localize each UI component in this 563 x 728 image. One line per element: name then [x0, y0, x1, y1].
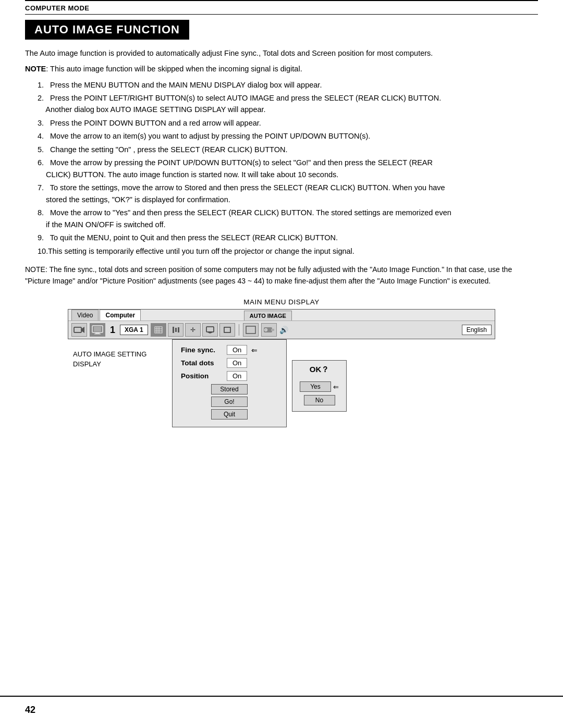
fine-sync-label: Fine sync. — [181, 346, 223, 354]
list-item: 1. Press the MENU BUTTON and the MAIN ME… — [35, 79, 538, 91]
list-item: 7. To store the settings, move the arrow… — [35, 182, 538, 205]
svg-rect-17 — [209, 333, 211, 334]
intro-line1: The Auto image function is provided to a… — [25, 49, 433, 57]
page-title: AUTO IMAGE FUNCTION — [34, 23, 180, 36]
fine-sync-row: Fine sync. On ⇐ — [181, 345, 278, 355]
list-item: 2. Press the POINT LEFT/RIGHT BUTTON(s) … — [35, 92, 538, 116]
list-item: 10.This setting is temporarily effective… — [35, 245, 538, 257]
svg-rect-4 — [95, 332, 100, 334]
svg-text:✛: ✛ — [190, 326, 195, 334]
grid-icon[interactable] — [151, 323, 166, 337]
computer-icon — [90, 323, 105, 337]
svg-rect-19 — [246, 326, 255, 334]
projector-video-icon — [71, 323, 87, 337]
stored-button[interactable]: Stored — [211, 384, 248, 394]
list-item: 8. Move the arrow to "Yes" and then pres… — [35, 207, 538, 230]
menu-bar-wrapper: Video Computer AUTO IMAGE — [68, 309, 495, 339]
svg-rect-23 — [271, 329, 274, 331]
english-label[interactable]: English — [462, 325, 492, 335]
position-row: Position On — [181, 371, 278, 381]
move-icon[interactable]: ✛ — [185, 323, 201, 337]
tab-computer[interactable]: Computer — [100, 310, 141, 320]
svg-rect-13 — [178, 327, 179, 332]
setting-display-label: AUTO IMAGE SETTINGDISPLAY — [73, 350, 146, 367]
steps-list: 1. Press the MENU BUTTON and the MAIN ME… — [35, 79, 538, 257]
svg-rect-12 — [175, 328, 177, 332]
svg-rect-18 — [224, 327, 230, 332]
svg-rect-3 — [94, 327, 101, 331]
fine-sync-value: On — [227, 345, 247, 355]
setting-panel: Fine sync. On ⇐ Total dots On Position O… — [172, 339, 287, 427]
screen-icon[interactable] — [202, 323, 218, 337]
intro-text: The Auto image function is provided to a… — [25, 48, 538, 59]
position-label: Position — [181, 372, 223, 380]
svg-rect-6 — [155, 327, 162, 333]
section-header: COMPUTER MODE — [25, 0, 538, 15]
list-item: 6. Move the arrow by pressing the POINT … — [35, 157, 538, 180]
svg-rect-5 — [94, 334, 101, 335]
bottom-border — [0, 696, 563, 697]
setting-label-col: AUTO IMAGE SETTINGDISPLAY — [68, 339, 172, 427]
yes-button-row: Yes ⇐ — [300, 380, 339, 393]
go-button[interactable]: Go! — [211, 397, 248, 407]
svg-rect-11 — [173, 327, 174, 333]
svg-marker-1 — [81, 327, 84, 333]
svg-rect-15 — [206, 327, 214, 332]
page-number: 42 — [25, 705, 35, 715]
blank-screen-icon[interactable] — [243, 323, 259, 337]
tab-video[interactable]: Video — [71, 310, 99, 320]
quit-button[interactable]: Quit — [211, 409, 248, 419]
setting-area: AUTO IMAGE SETTINGDISPLAY Fine sync. On … — [68, 339, 495, 427]
bars-icon[interactable] — [168, 323, 183, 337]
intro-note: NOTE: This auto image function will be s… — [25, 64, 538, 75]
list-item: 5. Change the setting "On" , press the S… — [35, 144, 538, 155]
ok-title: OK？ — [310, 365, 329, 375]
projector-front-icon — [261, 323, 277, 337]
ok-panel: OK？ Yes ⇐ No — [292, 360, 347, 412]
list-item: 9. To quit the MENU, point to Quit and t… — [35, 232, 538, 243]
total-dots-row: Total dots On — [181, 358, 278, 368]
diagram-section: MAIN MENU DISPLAY Video Computer AUTO IM… — [25, 298, 538, 427]
note-text: : This auto image function will be skipp… — [46, 65, 302, 73]
svg-rect-16 — [208, 332, 212, 333]
total-dots-value: On — [227, 358, 247, 368]
menu-bar-main: 1 XGA 1 — [68, 321, 495, 339]
svg-point-22 — [265, 329, 266, 331]
title-box: AUTO IMAGE FUNCTION — [25, 20, 189, 40]
list-item: 3. Press the POINT DOWN BUTTON and a red… — [35, 117, 538, 129]
note-bold: NOTE — [25, 65, 46, 73]
svg-rect-0 — [74, 327, 81, 332]
diagram-label: MAIN MENU DISPLAY — [68, 298, 495, 306]
yes-arrow: ⇐ — [333, 383, 339, 391]
menu-bar-top: Video Computer AUTO IMAGE — [68, 310, 495, 321]
position-value: On — [227, 371, 247, 381]
sound-icon[interactable]: 🔊 — [279, 326, 288, 334]
separator1 — [239, 324, 239, 336]
setting-buttons: Stored Go! Quit — [181, 384, 278, 419]
menu-icon-group: ✛ — [151, 323, 235, 337]
xga-label: XGA 1 — [120, 325, 148, 335]
menu-number: 1 — [110, 325, 115, 336]
no-button[interactable]: No — [304, 395, 335, 405]
bottom-note: NOTE: The fine sync., total dots and scr… — [25, 264, 538, 287]
yes-button[interactable]: Yes — [300, 381, 331, 392]
tab-auto-image[interactable]: AUTO IMAGE — [244, 311, 292, 320]
rect-icon[interactable] — [219, 323, 235, 337]
fine-sync-arrow: ⇐ — [251, 346, 258, 354]
total-dots-label: Total dots — [181, 359, 223, 367]
section-header-text: COMPUTER MODE — [25, 4, 90, 12]
list-item: 4. Move the arrow to an item(s) you want… — [35, 130, 538, 142]
